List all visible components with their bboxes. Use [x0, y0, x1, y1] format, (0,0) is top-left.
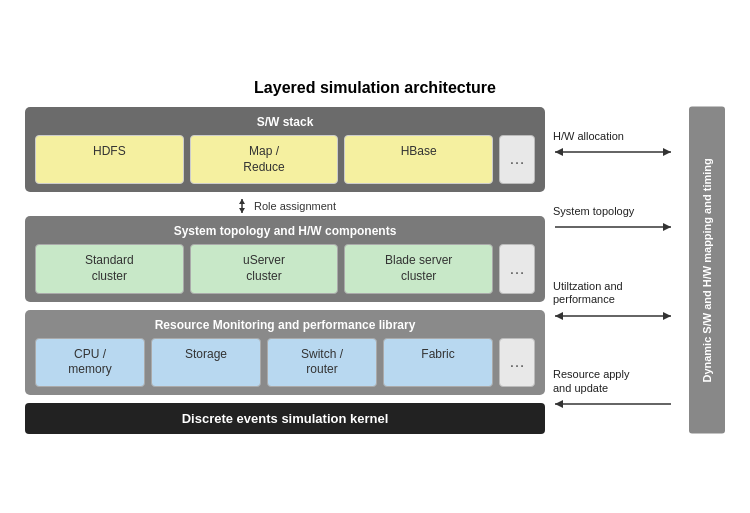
- svg-marker-12: [555, 400, 563, 408]
- map-reduce-item: Map /Reduce: [190, 135, 339, 184]
- resource-apply-label: Resource applyand update: [553, 368, 629, 394]
- storage-item: Storage: [151, 338, 261, 387]
- utilization-label: Utiltzation andperformance: [553, 280, 623, 306]
- role-assignment-label: Role assignment: [25, 198, 545, 214]
- dynamic-box: Dynamic S/W and H/W mapping and timing: [689, 107, 725, 434]
- resource-apply-arrow-icon: [553, 397, 673, 411]
- system-topology-arrow: System topology: [553, 205, 683, 234]
- content-area: S/W stack HDFS Map /Reduce HBase … Role …: [25, 107, 725, 434]
- userver-cluster-item: uServercluster: [190, 244, 339, 293]
- diagram-container: Layered simulation architecture S/W stac…: [15, 69, 735, 444]
- svg-marker-9: [663, 312, 671, 320]
- svg-marker-2: [239, 208, 245, 213]
- svg-marker-10: [555, 312, 563, 320]
- svg-marker-7: [663, 223, 671, 231]
- sw-dots-item: …: [499, 135, 535, 184]
- resource-monitoring-items: CPU /memory Storage Switch /router Fabri…: [35, 338, 535, 387]
- cpu-memory-item: CPU /memory: [35, 338, 145, 387]
- main-title: Layered simulation architecture: [25, 79, 725, 97]
- resource-apply-arrow: Resource applyand update: [553, 368, 683, 410]
- standard-cluster-item: Standardcluster: [35, 244, 184, 293]
- resource-monitoring-title: Resource Monitoring and performance libr…: [35, 318, 535, 332]
- svg-marker-4: [663, 148, 671, 156]
- hdfs-item: HDFS: [35, 135, 184, 184]
- svg-marker-5: [555, 148, 563, 156]
- system-topology-label: System topology: [553, 205, 634, 218]
- fabric-item: Fabric: [383, 338, 493, 387]
- hw-allocation-arrow-icon: [553, 145, 673, 159]
- sw-stack-items: HDFS Map /Reduce HBase …: [35, 135, 535, 184]
- arrows-column: H/W allocation System topology: [553, 107, 683, 434]
- sw-stack-title: S/W stack: [35, 115, 535, 129]
- system-topology-items: Standardcluster uServercluster Blade ser…: [35, 244, 535, 293]
- right-column: H/W allocation System topology: [553, 107, 725, 434]
- switch-router-item: Switch /router: [267, 338, 377, 387]
- sys-dots-item: …: [499, 244, 535, 293]
- blade-server-item: Blade servercluster: [344, 244, 493, 293]
- svg-marker-1: [239, 199, 245, 204]
- sw-stack-layer: S/W stack HDFS Map /Reduce HBase …: [25, 107, 545, 192]
- bottom-bar: Discrete events simulation kernel: [25, 403, 545, 434]
- hw-allocation-arrow: H/W allocation: [553, 130, 683, 159]
- role-assignment-text: Role assignment: [254, 200, 336, 212]
- system-topology-layer: System topology and H/W components Stand…: [25, 216, 545, 301]
- layers-column: S/W stack HDFS Map /Reduce HBase … Role …: [25, 107, 545, 434]
- resource-monitoring-layer: Resource Monitoring and performance libr…: [25, 310, 545, 395]
- utilization-arrow: Utiltzation andperformance: [553, 280, 683, 322]
- double-arrow-vertical-icon: [234, 198, 250, 214]
- utilization-arrow-icon: [553, 309, 673, 323]
- res-dots-item: …: [499, 338, 535, 387]
- system-topology-arrow-icon: [553, 220, 673, 234]
- system-topology-title: System topology and H/W components: [35, 224, 535, 238]
- hw-allocation-label: H/W allocation: [553, 130, 624, 143]
- hbase-item: HBase: [344, 135, 493, 184]
